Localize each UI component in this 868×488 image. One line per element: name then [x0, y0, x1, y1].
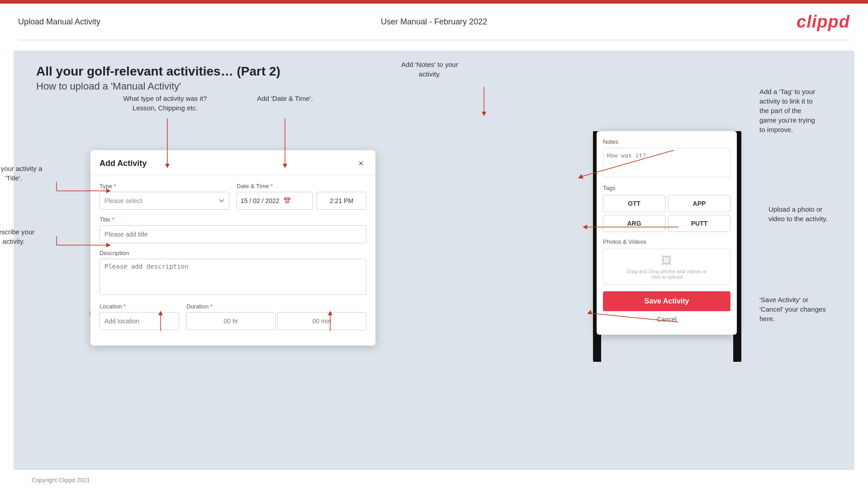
location-label: Location * — [100, 303, 179, 310]
header-left-label: Upload Manual Activity — [18, 17, 100, 27]
calendar-icon[interactable]: 📅 — [283, 197, 291, 204]
upload-text: Drag and Drop photos and videos orclick … — [626, 269, 707, 280]
copyright-text: Copyright Clippd 2021 — [32, 477, 90, 483]
title-group: Title * — [100, 216, 366, 243]
type-select[interactable]: Please select — [100, 192, 229, 210]
notes-textarea[interactable] — [603, 148, 730, 177]
time-input[interactable]: 2:21 PM — [317, 192, 366, 210]
dialog-title: Add Activity — [100, 159, 147, 168]
tag-app[interactable]: APP — [668, 195, 730, 212]
annotation-upload: Upload a photo orvideo to the activity. — [768, 204, 868, 223]
location-input[interactable] — [100, 312, 179, 330]
duration-group: Duration * — [186, 303, 366, 330]
title-label: Title * — [100, 216, 366, 223]
annotation-notes: Add 'Notes' to youractivity. — [384, 60, 475, 79]
location-duration-row: Location * Duration * — [100, 303, 366, 330]
annotation-tags: Add a 'Tag' to youractivity to link it t… — [759, 87, 868, 134]
duration-hr-input[interactable] — [186, 312, 275, 330]
annotation-title: Give your activity a'Title'. — [0, 164, 59, 183]
duration-label: Duration * — [186, 303, 366, 310]
annotation-activity-type: What type of activity was it?Lesson, Chi… — [109, 94, 222, 113]
type-datetime-row: Type * Please select Date & Time * 15 / … — [100, 183, 366, 210]
dialog-body: Type * Please select Date & Time * 15 / … — [90, 175, 375, 346]
page-subtitle: How to upload a 'Manual Activity' — [36, 81, 832, 92]
annotation-date-time: Add 'Date & Time'. — [235, 94, 335, 103]
clippd-logo: clippd — [797, 12, 850, 32]
tag-putt[interactable]: PUTT — [668, 215, 730, 232]
upload-area[interactable]: 🖼 Drag and Drop photos and videos orclic… — [603, 249, 730, 285]
description-label: Description — [100, 250, 366, 256]
duration-min-input[interactable] — [277, 312, 366, 330]
tag-arg[interactable]: ARG — [603, 215, 665, 232]
top-accent-bar — [0, 0, 868, 4]
phone-body: Notes Tags OTT APP ARG PUTT Photos & Vid… — [597, 131, 737, 335]
upload-icon: 🖼 — [661, 254, 672, 267]
description-textarea[interactable] — [100, 259, 366, 295]
date-input[interactable]: 15 / 02 / 2022 📅 — [237, 192, 313, 210]
date-time-group: 15 / 02 / 2022 📅 2:21 PM — [237, 192, 366, 210]
title-row: Title * — [100, 216, 366, 243]
phone-panel: Notes Tags OTT APP ARG PUTT Photos & Vid… — [597, 131, 737, 335]
location-required: * — [122, 303, 126, 310]
main-content-area: All your golf-relevant activities… (Part… — [14, 51, 854, 470]
location-group: Location * — [100, 303, 179, 330]
type-required: * — [112, 183, 116, 190]
datetime-label: Date & Time * — [237, 183, 366, 190]
tags-label: Tags — [603, 185, 730, 191]
dialog-close-button[interactable]: × — [356, 157, 366, 170]
tags-grid: OTT APP ARG PUTT — [603, 195, 730, 232]
datetime-group: Date & Time * 15 / 02 / 2022 📅 2:21 PM — [237, 183, 366, 210]
duration-inputs — [186, 312, 366, 330]
title-required: * — [110, 216, 114, 223]
title-input[interactable] — [100, 225, 366, 243]
tag-ott[interactable]: OTT — [603, 195, 665, 212]
notes-label: Notes — [603, 138, 730, 145]
datetime-required: * — [269, 183, 273, 190]
photos-label: Photos & Videos — [603, 238, 730, 245]
save-activity-button[interactable]: Save Activity — [603, 291, 730, 311]
annotation-description: Describe youractivity. — [0, 227, 59, 246]
header-divider — [18, 40, 850, 40]
type-group: Type * Please select — [100, 183, 229, 210]
description-row: Description — [100, 250, 366, 297]
header-center-label: User Manual - February 2022 — [381, 17, 487, 27]
header: Upload Manual Activity User Manual - Feb… — [0, 4, 868, 40]
add-activity-dialog: Add Activity × Type * Please select Date… — [90, 150, 375, 346]
annotation-save-cancel: 'Save Activity' or'Cancel' your changesh… — [759, 295, 868, 323]
dialog-header: Add Activity × — [90, 150, 375, 175]
cancel-link[interactable]: Cancel — [603, 316, 730, 327]
type-label: Type * — [100, 183, 229, 190]
duration-required: * — [209, 303, 213, 310]
description-group: Description — [100, 250, 366, 297]
